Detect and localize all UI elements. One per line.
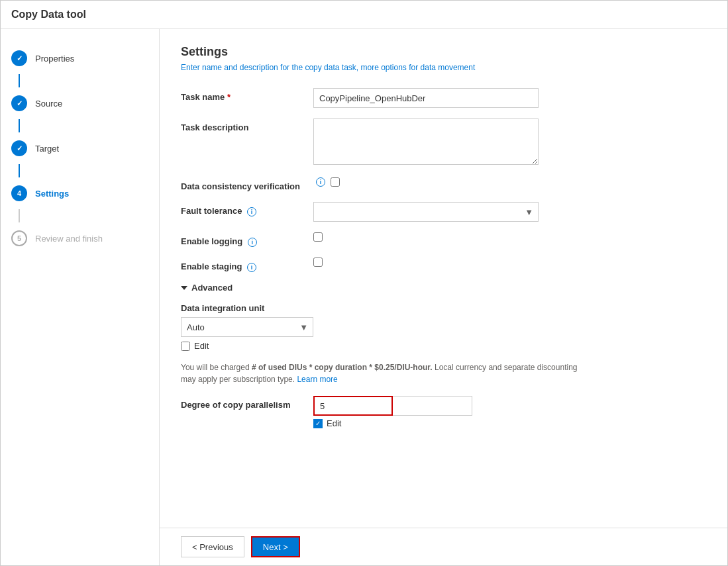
settings-subtitle: Enter name and description for the copy … (181, 63, 706, 72)
step-circle-review: 5 (11, 230, 27, 246)
fault-tolerance-select-wrapper: ▼ (313, 202, 539, 222)
enable-logging-label: Enable logging i (181, 232, 313, 247)
app-container: Copy Data tool ✓ Properties ✓ Source (0, 0, 728, 566)
enable-staging-wrapper (313, 258, 706, 269)
step-number-settings: 4 (17, 189, 21, 197)
app-header: Copy Data tool (1, 1, 727, 29)
main-content: Settings Enter name and description for … (160, 29, 727, 565)
parallelism-edit-checkbox[interactable] (313, 419, 323, 428)
enable-logging-wrapper (313, 232, 706, 244)
fault-tolerance-info-icon[interactable]: i (247, 207, 256, 216)
data-consistency-check-row: i (313, 177, 706, 187)
parallelism-label: Degree of copy parallelism (181, 396, 313, 410)
next-button[interactable]: Next > (251, 536, 300, 557)
settings-title: Settings (181, 45, 706, 59)
task-name-input[interactable] (313, 88, 539, 108)
diu-select[interactable]: Auto 2 4 8 16 32 (181, 317, 313, 337)
sidebar-item-review[interactable]: 5 Review and finish (1, 222, 159, 254)
connector-1 (19, 74, 20, 87)
enable-staging-row: Enable staging i (181, 258, 706, 272)
enable-staging-info-icon[interactable]: i (247, 263, 256, 272)
advanced-triangle-icon (181, 286, 187, 290)
enable-staging-label: Enable staging i (181, 258, 313, 272)
parallelism-edit-row: Edit (313, 418, 706, 428)
parallelism-wrapper: Edit (313, 396, 706, 428)
advanced-label: Advanced (191, 283, 233, 293)
sidebar-item-settings[interactable]: 4 Settings (1, 177, 159, 209)
task-name-wrapper (313, 88, 706, 108)
diu-label: Data integration unit (181, 303, 706, 313)
learn-more-link[interactable]: Learn more (297, 375, 337, 384)
parallelism-inputs (313, 396, 706, 416)
enable-logging-row: Enable logging i (181, 232, 706, 247)
diu-select-row: Auto 2 4 8 16 32 ▼ (181, 317, 706, 337)
previous-button[interactable]: < Previous (181, 536, 244, 557)
task-description-label: Task description (181, 118, 313, 132)
parallelism-input-primary[interactable] (313, 396, 393, 416)
task-description-wrapper (313, 118, 706, 167)
charge-notice: You will be charged # of used DIUs * cop… (181, 361, 592, 385)
data-consistency-row: Data consistency verification i (181, 177, 706, 191)
sidebar-label-settings: Settings (35, 189, 69, 199)
sidebar-label-review: Review and finish (35, 234, 103, 244)
data-consistency-wrapper: i (313, 177, 706, 187)
sidebar-label-target: Target (35, 144, 59, 154)
step-circle-settings: 4 (11, 185, 27, 201)
enable-logging-checkbox[interactable] (313, 232, 323, 242)
checkmark-source: ✓ (17, 99, 23, 108)
connector-2 (19, 119, 20, 132)
enable-staging-checkbox[interactable] (313, 258, 323, 267)
sidebar-item-source[interactable]: ✓ Source (1, 87, 159, 119)
diu-edit-checkbox[interactable] (181, 342, 190, 351)
data-consistency-label: Data consistency verification (181, 177, 313, 191)
task-name-row: Task name * (181, 88, 706, 108)
connector-3 (19, 164, 20, 177)
task-name-label: Task name * (181, 88, 313, 102)
fault-tolerance-label: Fault tolerance i (181, 202, 313, 216)
charge-notice-bold: # of used DIUs * copy duration * $0.25/D… (252, 363, 433, 372)
parallelism-input-secondary[interactable] (393, 396, 472, 416)
app-title: Copy Data tool (11, 9, 717, 21)
step-circle-properties: ✓ (11, 50, 27, 66)
sidebar-item-properties[interactable]: ✓ Properties (1, 42, 159, 74)
content-area: Settings Enter name and description for … (160, 29, 727, 528)
enable-logging-info-icon[interactable]: i (248, 238, 257, 247)
sidebar: ✓ Properties ✓ Source ✓ Target (1, 29, 160, 565)
diu-edit-label: Edit (194, 341, 209, 351)
sidebar-label-properties: Properties (35, 54, 74, 64)
data-consistency-checkbox[interactable] (331, 177, 340, 187)
connector-4 (19, 209, 20, 222)
parallelism-edit-label: Edit (327, 418, 341, 428)
checkmark-target: ✓ (17, 144, 23, 153)
footer: < Previous Next > (160, 528, 727, 565)
diu-section: Data integration unit Auto 2 4 8 16 32 (181, 303, 706, 351)
fault-tolerance-wrapper: ▼ (313, 202, 706, 222)
fault-tolerance-row: Fault tolerance i ▼ (181, 202, 706, 222)
diu-select-wrapper: Auto 2 4 8 16 32 ▼ (181, 317, 313, 337)
data-consistency-info-icon[interactable]: i (316, 177, 325, 187)
advanced-section: Advanced (181, 283, 706, 293)
diu-edit-row: Edit (181, 341, 706, 351)
task-description-input[interactable] (313, 118, 539, 165)
app-body: ✓ Properties ✓ Source ✓ Target (1, 29, 727, 565)
checkmark-properties: ✓ (17, 54, 23, 63)
sidebar-item-target[interactable]: ✓ Target (1, 132, 159, 164)
sidebar-label-source: Source (35, 99, 62, 109)
step-number-review: 5 (17, 234, 21, 242)
step-circle-source: ✓ (11, 95, 27, 111)
task-name-required: * (227, 92, 231, 102)
parallelism-row: Degree of copy parallelism Edit (181, 396, 706, 428)
fault-tolerance-select[interactable] (313, 202, 539, 222)
charge-notice-text: You will be charged # of used DIUs * cop… (181, 363, 578, 384)
task-description-row: Task description (181, 118, 706, 167)
advanced-header[interactable]: Advanced (181, 283, 706, 293)
step-circle-target: ✓ (11, 140, 27, 156)
